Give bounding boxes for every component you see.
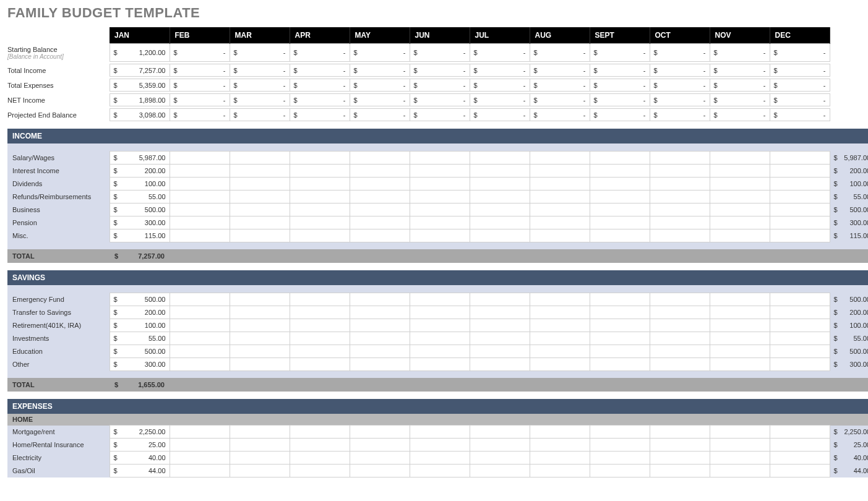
cell[interactable] xyxy=(410,216,470,229)
cell[interactable] xyxy=(290,190,350,203)
cell[interactable] xyxy=(410,229,470,242)
cell[interactable] xyxy=(410,203,470,216)
cell[interactable] xyxy=(590,229,650,242)
cell[interactable] xyxy=(410,319,470,332)
cell[interactable] xyxy=(530,229,590,242)
cell[interactable] xyxy=(230,190,290,203)
cell[interactable] xyxy=(590,190,650,203)
cell[interactable] xyxy=(710,452,770,465)
cell[interactable] xyxy=(170,229,230,242)
cell[interactable] xyxy=(530,293,590,306)
cell[interactable]: $- xyxy=(770,79,830,92)
cell[interactable]: $- xyxy=(530,79,590,92)
cell[interactable] xyxy=(710,216,770,229)
cell[interactable] xyxy=(650,426,710,439)
cell[interactable] xyxy=(350,439,410,452)
cell[interactable] xyxy=(170,358,230,370)
cell[interactable]: $- xyxy=(410,109,470,121)
cell[interactable]: $- xyxy=(770,44,830,62)
cell[interactable] xyxy=(770,216,830,229)
cell[interactable] xyxy=(650,345,710,358)
cell[interactable] xyxy=(530,190,590,203)
cell[interactable]: $- xyxy=(290,109,350,121)
cell[interactable] xyxy=(470,293,530,306)
cell[interactable] xyxy=(710,358,770,370)
cell[interactable]: $300.00 xyxy=(110,358,170,370)
cell[interactable] xyxy=(170,190,230,203)
cell[interactable] xyxy=(650,216,710,229)
cell[interactable]: $- xyxy=(650,64,710,77)
cell[interactable]: $- xyxy=(530,44,590,62)
cell[interactable] xyxy=(470,203,530,216)
cell[interactable]: $- xyxy=(770,109,830,121)
cell[interactable] xyxy=(170,319,230,332)
cell[interactable] xyxy=(590,332,650,345)
cell[interactable]: $- xyxy=(710,79,770,92)
cell[interactable] xyxy=(170,465,230,477)
cell[interactable]: $- xyxy=(170,44,230,62)
cell[interactable] xyxy=(530,452,590,465)
cell[interactable]: $500.00 xyxy=(110,293,170,306)
cell[interactable] xyxy=(770,426,830,439)
cell[interactable]: $- xyxy=(230,79,290,92)
cell[interactable]: $2,250.00 xyxy=(110,426,170,439)
cell[interactable] xyxy=(590,177,650,190)
cell[interactable] xyxy=(410,190,470,203)
cell[interactable] xyxy=(350,426,410,439)
cell[interactable] xyxy=(710,293,770,306)
cell[interactable] xyxy=(650,164,710,177)
cell[interactable] xyxy=(290,332,350,345)
cell[interactable] xyxy=(590,203,650,216)
cell[interactable] xyxy=(410,332,470,345)
cell[interactable]: $- xyxy=(470,64,530,77)
cell[interactable]: $5,359.00 xyxy=(110,79,170,92)
cell[interactable] xyxy=(590,164,650,177)
cell[interactable] xyxy=(230,293,290,306)
cell[interactable] xyxy=(650,358,710,370)
cell[interactable]: $- xyxy=(290,44,350,62)
cell[interactable] xyxy=(290,229,350,242)
cell[interactable] xyxy=(350,203,410,216)
cell[interactable] xyxy=(410,358,470,370)
cell[interactable] xyxy=(590,293,650,306)
cell[interactable] xyxy=(710,190,770,203)
cell[interactable] xyxy=(770,177,830,190)
cell[interactable] xyxy=(290,203,350,216)
cell[interactable]: $- xyxy=(350,64,410,77)
cell[interactable] xyxy=(590,439,650,452)
cell[interactable] xyxy=(290,358,350,370)
cell[interactable]: $- xyxy=(470,109,530,121)
cell[interactable]: $7,257.00 xyxy=(110,64,170,77)
cell[interactable] xyxy=(410,177,470,190)
cell[interactable] xyxy=(290,216,350,229)
cell[interactable] xyxy=(290,465,350,477)
cell[interactable] xyxy=(530,216,590,229)
cell[interactable]: $44.00 xyxy=(110,465,170,477)
cell[interactable]: $- xyxy=(350,79,410,92)
cell[interactable] xyxy=(350,452,410,465)
cell[interactable]: $25.00 xyxy=(110,439,170,452)
cell[interactable] xyxy=(410,452,470,465)
cell[interactable] xyxy=(770,164,830,177)
cell[interactable] xyxy=(290,306,350,319)
cell[interactable]: $- xyxy=(470,79,530,92)
cell[interactable] xyxy=(410,306,470,319)
cell[interactable] xyxy=(590,306,650,319)
cell[interactable] xyxy=(650,293,710,306)
cell[interactable] xyxy=(770,452,830,465)
cell[interactable] xyxy=(350,345,410,358)
cell[interactable] xyxy=(230,465,290,477)
cell[interactable] xyxy=(350,293,410,306)
cell[interactable] xyxy=(230,151,290,164)
cell[interactable] xyxy=(650,452,710,465)
cell[interactable] xyxy=(410,345,470,358)
cell[interactable] xyxy=(230,229,290,242)
cell[interactable] xyxy=(470,345,530,358)
cell[interactable]: $200.00 xyxy=(110,306,170,319)
cell[interactable] xyxy=(650,177,710,190)
cell[interactable]: $- xyxy=(350,44,410,62)
cell[interactable]: $- xyxy=(590,79,650,92)
cell[interactable] xyxy=(770,203,830,216)
cell[interactable] xyxy=(530,426,590,439)
cell[interactable] xyxy=(170,452,230,465)
